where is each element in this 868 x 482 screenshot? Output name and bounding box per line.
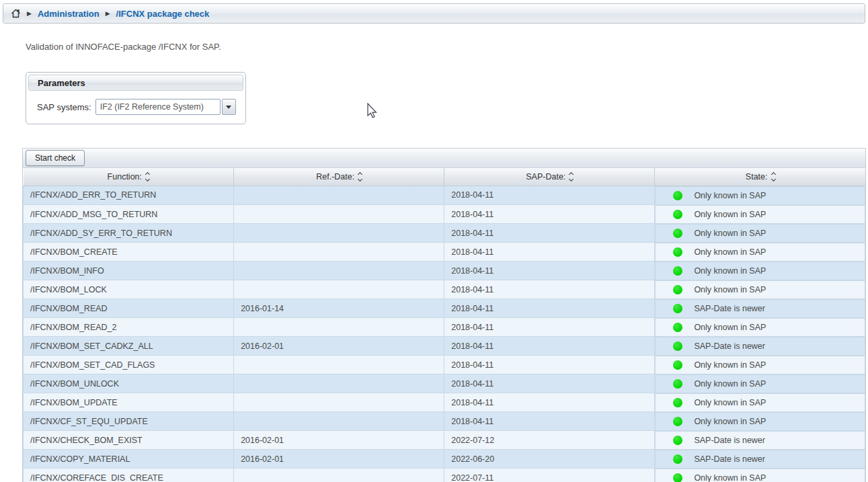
sap-systems-combobox[interactable] [95,99,236,115]
state-label: Only known in SAP [694,247,766,257]
table-row: /IFCNX/ADD_MSG_TO_RETURN 2018-04-11 Only… [24,205,866,224]
state-label: Only known in SAP [694,210,766,219]
state-label: Only known in SAP [694,398,766,407]
state-label: Only known in SAP [694,266,766,276]
sap-systems-input[interactable] [95,99,221,115]
sap-date-cell: 2018-04-11 [444,186,655,205]
sap-date-cell: 2022-07-11 [444,469,655,482]
table-row: /IFCNX/BOM_UPDATE 2018-04-11 Only known … [24,393,866,412]
table-row: /IFCNX/BOM_READ 2016-01-14 2018-04-11 SA… [24,299,866,318]
home-icon[interactable] [11,9,21,18]
column-header-label: SAP-Date: [526,172,565,182]
column-header-label: Function: [108,172,142,182]
column-header-sap-date[interactable]: SAP-Date: [444,168,655,186]
parameters-panel-title: Parameters [28,75,243,91]
sort-icon[interactable] [569,173,573,181]
function-cell: /IFCNX/BOM_UPDATE [24,393,234,412]
sap-date-cell: 2018-04-11 [444,205,655,224]
ref-date-cell [234,224,444,243]
sap-date-cell: 2018-04-11 [444,299,655,318]
state-cell: Only known in SAP [655,412,865,431]
state-ok-icon [673,436,682,445]
sap-date-cell: 2022-07-12 [444,431,655,450]
function-cell: /IFCNX/BOM_SET_CAD_FLAGS [24,356,234,374]
state-ok-icon [673,304,682,313]
sap-date-cell: 2018-04-11 [444,374,655,393]
state-cell: SAP-Date is newer [655,337,865,356]
ref-date-cell: 2016-01-14 [234,299,444,318]
ref-date-cell [234,262,444,280]
function-cell: /IFCNX/COPY_MATERIAL [24,450,234,469]
column-header-ref-date[interactable]: Ref.-Date: [234,168,444,186]
sap-date-cell: 2018-04-11 [444,356,655,374]
sap-date-cell: 2018-04-11 [444,262,655,280]
parameters-panel: Parameters SAP systems: [26,72,246,124]
ref-date-cell [234,280,444,299]
sort-icon[interactable] [146,173,149,181]
ref-date-cell [234,205,444,224]
ref-date-cell [234,374,444,393]
table-row: /IFCNX/BOM_SET_CADKZ_ALL 2016-02-01 2018… [24,337,866,356]
state-ok-icon [673,398,682,407]
sort-icon[interactable] [772,173,775,181]
ref-date-cell: 2016-02-01 [234,431,444,450]
table-row: /IFCNX/ADD_ERR_TO_RETURN 2018-04-11 Only… [24,186,866,205]
function-cell: /IFCNX/ADD_SY_ERR_TO_RETURN [24,224,234,243]
state-cell: Only known in SAP [655,262,865,280]
state-label: Only known in SAP [694,285,766,294]
state-ok-icon [673,417,682,426]
state-cell: Only known in SAP [655,224,865,243]
breadcrumb-package-check[interactable]: /IFCNX package check [116,9,210,19]
sort-icon[interactable] [358,173,362,181]
state-cell: Only known in SAP [655,318,865,337]
sap-date-cell: 2018-04-11 [444,318,655,337]
ref-date-cell: 2016-02-01 [234,450,444,469]
state-ok-icon [673,266,682,276]
sap-systems-dropdown-button[interactable] [222,99,236,115]
table-row: /IFCNX/COREFACE_DIS_CREATE 2022-07-11 On… [24,469,866,482]
state-cell: Only known in SAP [655,186,865,205]
table-row: /IFCNX/BOM_UNLOCK 2018-04-11 Only known … [24,374,866,393]
ref-date-cell: 2016-02-01 [234,337,444,356]
sap-date-cell: 2018-04-11 [444,243,655,262]
column-header-function[interactable]: Function: [24,168,234,186]
breadcrumb-administration[interactable]: Administration [38,9,100,19]
state-label: SAP-Date is newer [694,436,765,445]
function-cell: /IFCNX/CF_ST_EQU_UPDATE [24,412,234,431]
sap-systems-label: SAP systems: [37,102,91,112]
sap-date-cell: 2018-04-11 [444,224,655,243]
state-ok-icon [673,379,682,389]
function-cell: /IFCNX/BOM_SET_CADKZ_ALL [24,337,234,356]
breadcrumb: ▶ Administration ▶ /IFCNX package check [3,3,865,24]
function-cell: /IFCNX/BOM_INFO [24,262,234,280]
column-header-label: State: [746,172,768,182]
start-check-button[interactable]: Start check [26,150,85,166]
table-row: /IFCNX/ADD_SY_ERR_TO_RETURN 2018-04-11 O… [24,224,866,243]
state-ok-icon [673,210,682,219]
table-row: /IFCNX/COPY_MATERIAL 2016-02-01 2022-06-… [24,450,866,469]
state-ok-icon [673,454,682,464]
sap-date-cell: 2018-04-11 [444,280,655,299]
sap-date-cell: 2018-04-11 [444,393,655,412]
state-ok-icon [673,473,682,482]
state-label: Only known in SAP [694,417,766,426]
function-cell: /IFCNX/BOM_READ_2 [24,318,234,337]
table-row: /IFCNX/BOM_INFO 2018-04-11 Only known in… [24,262,866,280]
sap-date-cell: 2018-04-11 [444,412,655,431]
state-cell: Only known in SAP [655,243,865,262]
ref-date-cell [234,243,444,262]
state-cell: SAP-Date is newer [655,431,865,450]
state-label: Only known in SAP [694,379,766,389]
state-ok-icon [673,285,682,294]
state-cell: Only known in SAP [655,374,865,393]
sap-date-cell: 2022-06-20 [444,450,655,469]
state-ok-icon [673,342,682,351]
function-cell: /IFCNX/CHECK_BOM_EXIST [24,431,234,450]
breadcrumb-arrow-icon: ▶ [27,11,32,17]
function-cell: /IFCNX/ADD_MSG_TO_RETURN [24,205,234,224]
state-cell: SAP-Date is newer [655,299,865,318]
state-label: Only known in SAP [694,473,766,482]
check-result-section: Start check Function: Ref.-Date: [22,148,866,482]
column-header-state[interactable]: State: [655,168,865,186]
sap-date-cell: 2018-04-11 [444,337,655,356]
